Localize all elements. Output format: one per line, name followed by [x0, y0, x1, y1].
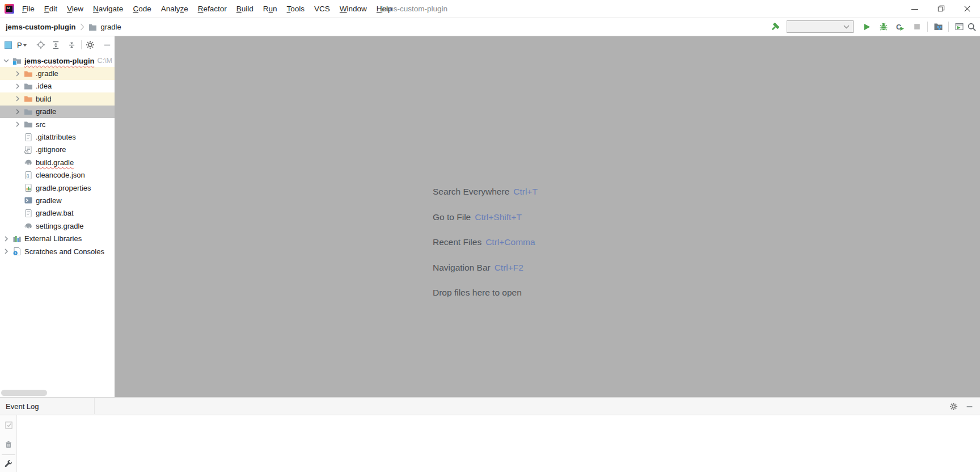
hint-line: Search EverywhereCtrl+T	[433, 179, 538, 205]
horizontal-scrollbar[interactable]	[1, 390, 47, 396]
tree-item-label: build	[36, 95, 51, 103]
chevron-down-icon	[843, 25, 850, 29]
menu-build[interactable]: Build	[235, 5, 255, 13]
toolbar-separator	[927, 22, 928, 32]
tree-item-label: build.gradle	[36, 158, 74, 167]
keyboard-shortcut-hints: Search EverywhereCtrl+T Go to FileCtrl+S…	[433, 179, 538, 306]
project-view-selector[interactable]: P	[17, 41, 27, 49]
toolbar-separator	[948, 22, 949, 32]
tree-item-src[interactable]: src	[0, 118, 115, 130]
menu-file[interactable]: File	[21, 5, 36, 13]
json-file-icon: {}	[24, 171, 33, 180]
chevron-collapsed-icon[interactable]	[14, 70, 22, 78]
tree-item-gitignore[interactable]: .gitignore	[0, 144, 115, 156]
tree-item-build[interactable]: build	[0, 92, 115, 105]
menu-run[interactable]: Run	[262, 5, 278, 13]
mark-read-checkbox-icon[interactable]	[4, 420, 13, 429]
run-configurations-select[interactable]	[787, 20, 854, 33]
hide-panel-icon[interactable]	[966, 403, 973, 410]
tree-item-scratches-and-consoles[interactable]: Scratches and Consoles	[0, 245, 115, 258]
expand-all-icon[interactable]	[52, 41, 60, 49]
tree-item-gradle[interactable]: gradle	[0, 106, 115, 118]
tree-item-label: gradlew	[36, 196, 62, 205]
locate-file-icon[interactable]	[36, 40, 45, 49]
settings-gear-icon[interactable]	[86, 40, 95, 49]
tree-item-label: jems-custom-plugin	[24, 57, 95, 65]
minimize-button[interactable]	[902, 0, 928, 18]
hint-line: Navigation BarCtrl+F2	[433, 255, 538, 281]
tree-item-gradlew[interactable]: gradlew	[0, 194, 115, 206]
tree-item-external-libraries[interactable]: External Libraries	[0, 232, 115, 245]
tree-item-build-gradle[interactable]: build.gradle	[0, 156, 115, 168]
caret-down-icon	[23, 44, 27, 47]
folder-icon	[24, 82, 33, 91]
chevron-collapsed-icon[interactable]	[14, 82, 22, 90]
tree-item-label: Scratches and Consoles	[24, 247, 104, 256]
settings-gear-icon[interactable]	[949, 402, 958, 411]
hide-panel-icon[interactable]	[103, 41, 111, 49]
menu-vcs[interactable]: VCS	[313, 5, 331, 13]
properties-file-icon	[24, 183, 33, 192]
chevron-expanded-icon[interactable]	[2, 57, 10, 65]
window-controls	[902, 0, 980, 18]
chevron-collapsed-icon[interactable]	[2, 247, 10, 255]
menu-analyze[interactable]: Analyze	[160, 5, 189, 13]
collapse-all-icon[interactable]	[67, 41, 76, 49]
menu-view[interactable]: View	[66, 5, 85, 13]
menu-window[interactable]: Window	[339, 5, 368, 13]
header-divider	[94, 398, 95, 414]
project-view-icon	[4, 41, 12, 49]
chevron-collapsed-icon[interactable]	[14, 108, 22, 116]
menu-refactor[interactable]: Refactor	[197, 5, 228, 13]
project-tool-window: P	[0, 36, 115, 397]
tree-item-dot-gradle[interactable]: .gradle	[0, 67, 115, 79]
project-tree: jems-custom-plugin C:\M .gradle .idea bu…	[0, 54, 115, 258]
menu-edit[interactable]: Edit	[43, 5, 58, 13]
build-hammer-icon[interactable]	[770, 22, 780, 32]
text-file-icon	[24, 133, 33, 142]
project-root-folder-icon	[12, 56, 22, 65]
chevron-collapsed-icon[interactable]	[14, 95, 22, 103]
restore-button[interactable]	[928, 0, 954, 18]
tree-item-label: gradle	[36, 107, 56, 116]
event-log-title[interactable]: Event Log	[6, 398, 39, 415]
event-log-settings-wrench-icon[interactable]	[4, 459, 13, 468]
breadcrumb-project[interactable]: jems-custom-plugin	[6, 23, 76, 31]
clear-all-trash-icon[interactable]	[4, 440, 13, 449]
menu-navigate[interactable]: Navigate	[92, 5, 124, 13]
run-with-coverage-icon[interactable]: C	[895, 22, 905, 32]
tree-item-label: External Libraries	[24, 234, 82, 243]
search-everywhere-icon[interactable]	[966, 22, 977, 32]
breadcrumb-item[interactable]: gradle	[101, 23, 121, 31]
gradle-file-icon	[24, 158, 33, 167]
tree-item-project-root[interactable]: jems-custom-plugin C:\M	[0, 54, 115, 67]
tree-item-dot-idea[interactable]: .idea	[0, 80, 115, 92]
run-toolbar: C	[770, 18, 977, 36]
close-button[interactable]	[954, 0, 980, 18]
menu-tools[interactable]: Tools	[286, 5, 306, 13]
editor-empty-area: Search EverywhereCtrl+T Go to FileCtrl+S…	[115, 36, 980, 397]
project-structure-icon[interactable]	[933, 22, 943, 32]
chevron-collapsed-icon[interactable]	[2, 235, 10, 243]
tree-item-label: settings.gradle	[36, 222, 84, 230]
tree-item-label: src	[36, 120, 45, 129]
scratches-icon	[12, 247, 22, 256]
tree-item-settings-gradle[interactable]: settings.gradle	[0, 220, 115, 232]
tree-item-gitattributes[interactable]: .gitattributes	[0, 130, 115, 143]
title-bar: IJ File Edit View Navigate Code Analyze …	[0, 0, 980, 18]
stop-button[interactable]	[912, 22, 922, 32]
tree-item-gradlew-bat[interactable]: gradlew.bat	[0, 207, 115, 220]
hint-line: Drop files here to open	[433, 280, 538, 306]
chevron-collapsed-icon[interactable]	[14, 120, 22, 128]
tree-item-gradle-properties[interactable]: gradle.properties	[0, 182, 115, 194]
hint-line: Go to FileCtrl+Shift+T	[433, 205, 538, 230]
tree-item-cleancode-json[interactable]: {} cleancode.json	[0, 169, 115, 182]
excluded-folder-icon	[24, 69, 33, 78]
menu-bar: File Edit View Navigate Code Analyze Ref…	[21, 5, 394, 13]
run-window-icon[interactable]	[954, 22, 964, 32]
event-log-header[interactable]: Event Log	[0, 397, 980, 415]
debug-bug-icon[interactable]	[878, 22, 889, 32]
menu-code[interactable]: Code	[132, 5, 152, 13]
ignored-file-icon	[24, 145, 33, 154]
run-button[interactable]	[861, 22, 872, 32]
